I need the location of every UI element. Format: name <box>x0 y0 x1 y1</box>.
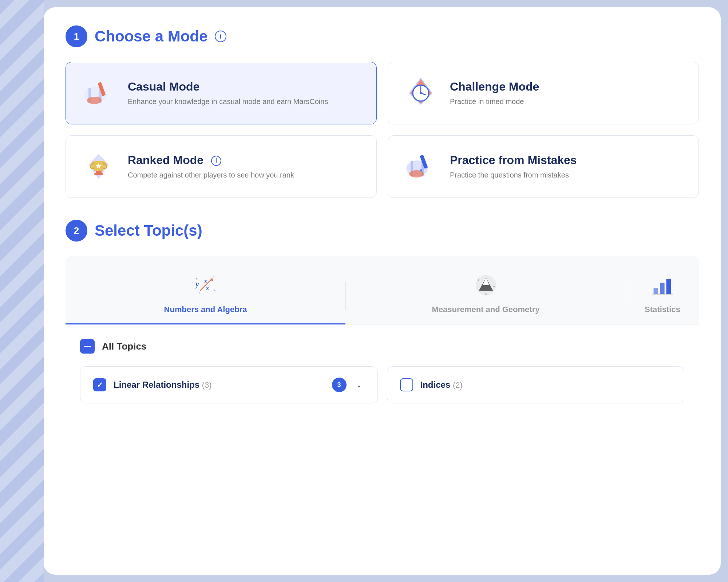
svg-text:z: z <box>206 284 209 292</box>
choose-mode-title: Choose a Mode <box>95 28 207 45</box>
linear-count-text: (3) <box>202 380 212 390</box>
choose-mode-info-icon[interactable]: i <box>215 31 226 42</box>
select-topics-title: Select Topic(s) <box>95 222 202 239</box>
linear-name-text: Linear Relationships <box>114 380 199 390</box>
tab-numbers-algebra[interactable]: y x z Numbers and <box>66 267 345 324</box>
practice-mode-text: Practice from Mistakes Practice the ques… <box>450 154 577 180</box>
topic-tabs: y x z Numbers and <box>66 256 699 324</box>
svg-rect-13 <box>96 171 102 173</box>
modes-grid: Casual Mode Enhance your knowledge in ca… <box>66 62 699 198</box>
select-topics-header: 2 Select Topic(s) <box>66 220 699 242</box>
ranked-mode-icon <box>80 148 117 185</box>
step-2-badge: 2 <box>66 220 87 242</box>
challenge-mode-title: Challenge Mode <box>450 80 539 93</box>
all-topics-checkbox[interactable] <box>80 339 95 354</box>
main-content: 1 Choose a Mode i <box>44 7 721 575</box>
ranked-title-span: Ranked Mode <box>128 154 203 167</box>
tab-statistics[interactable]: Statistics <box>626 267 699 324</box>
left-panel <box>0 0 44 582</box>
tab-numbers-label: Numbers and Algebra <box>164 305 247 314</box>
tab-measurement-label: Measurement and Geometry <box>432 305 540 314</box>
svg-point-36 <box>485 293 486 295</box>
challenge-mode-description: Practice in timed mode <box>450 96 539 107</box>
all-topics-row[interactable]: All Topics <box>80 339 684 354</box>
topics-content: All Topics Linear Relationships (3) 3 ⌄ <box>66 324 699 418</box>
linear-checkbox[interactable] <box>93 378 106 391</box>
ranked-mode-description: Compete against other players to see how… <box>128 170 294 180</box>
indices-topic-name: Indices (2) <box>420 380 672 390</box>
svg-point-27 <box>196 278 197 279</box>
practice-mode-title: Practice from Mistakes <box>450 154 577 167</box>
practice-mode-icon <box>403 148 439 185</box>
practice-mode-description: Practice the questions from mistakes <box>450 170 577 180</box>
casual-mode-card[interactable]: Casual Mode Enhance your knowledge in ca… <box>66 62 377 124</box>
page-wrapper: 1 Choose a Mode i <box>0 0 728 582</box>
linear-chevron-icon[interactable]: ⌄ <box>354 379 365 390</box>
challenge-mode-card[interactable]: Challenge Mode Practice in timed mode <box>388 62 699 124</box>
casual-mode-title: Casual Mode <box>128 80 328 93</box>
svg-point-30 <box>213 276 214 277</box>
svg-rect-37 <box>654 288 658 294</box>
svg-point-34 <box>477 279 479 281</box>
casual-mode-icon <box>80 75 117 111</box>
practice-mode-card[interactable]: Practice from Mistakes Practice the ques… <box>388 135 699 198</box>
indices-card[interactable]: Indices (2) <box>387 366 685 403</box>
svg-point-21 <box>409 170 424 178</box>
tab-statistics-label: Statistics <box>645 305 680 314</box>
challenge-mode-text: Challenge Mode Practice in timed mode <box>450 80 539 107</box>
linear-topic-name: Linear Relationships (3) <box>114 380 325 390</box>
indices-checkbox[interactable] <box>400 378 413 391</box>
svg-rect-14 <box>94 173 103 175</box>
measurement-geometry-icon <box>471 271 500 300</box>
ranked-mode-card[interactable]: Ranked Mode i Compete against other play… <box>66 135 377 198</box>
svg-point-28 <box>214 290 215 291</box>
ranked-mode-title-text: Ranked Mode i <box>128 154 294 167</box>
challenge-mode-icon <box>403 75 439 111</box>
svg-point-35 <box>493 286 495 287</box>
ranked-mode-text: Ranked Mode i Compete against other play… <box>128 154 294 180</box>
svg-rect-39 <box>666 279 671 294</box>
indices-name-text: Indices <box>420 380 451 390</box>
indices-count-text: (2) <box>453 380 463 390</box>
all-topics-label: All Topics <box>102 341 146 352</box>
linear-relationships-card[interactable]: Linear Relationships (3) 3 ⌄ <box>80 366 378 403</box>
svg-point-29 <box>198 292 200 294</box>
svg-text:y: y <box>194 279 199 288</box>
ranked-info-icon[interactable]: i <box>211 156 221 166</box>
step-1-badge: 1 <box>66 25 87 47</box>
topic-cards-grid: Linear Relationships (3) 3 ⌄ Indices (2) <box>80 366 684 403</box>
svg-point-5 <box>87 97 102 104</box>
numbers-algebra-icon: y x z <box>191 271 220 300</box>
topic-section: y x z Numbers and <box>66 256 699 418</box>
linear-count-badge: 3 <box>332 378 347 392</box>
svg-text:x: x <box>203 277 207 284</box>
svg-rect-38 <box>660 283 665 294</box>
casual-mode-description: Enhance your knowledge in casual mode an… <box>128 96 328 107</box>
statistics-icon <box>648 271 677 300</box>
tab-measurement-geometry[interactable]: Measurement and Geometry <box>346 267 626 324</box>
choose-mode-header: 1 Choose a Mode i <box>66 25 699 47</box>
casual-mode-text: Casual Mode Enhance your knowledge in ca… <box>128 80 328 107</box>
